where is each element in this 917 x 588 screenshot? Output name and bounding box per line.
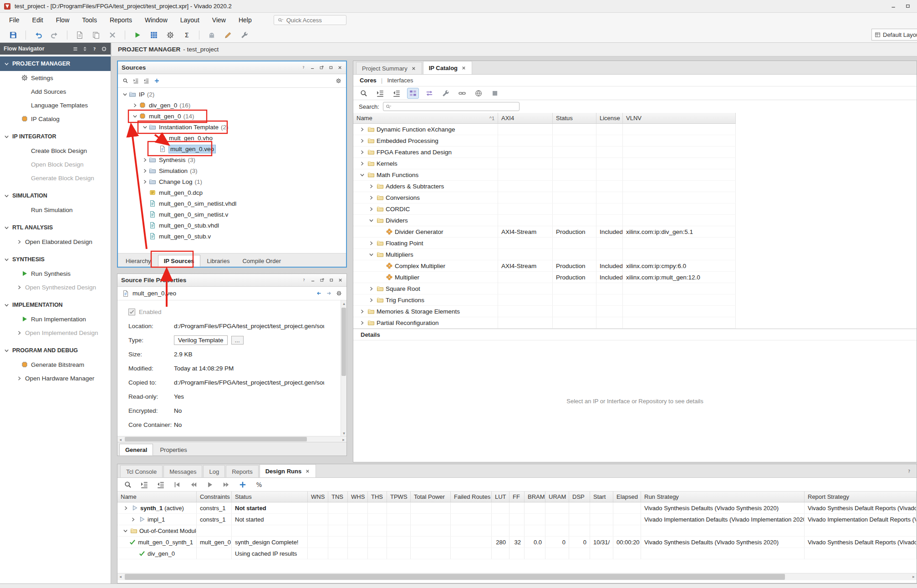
stepback-button[interactable] xyxy=(188,479,199,490)
tree-expander[interactable] xyxy=(367,286,375,292)
plus-icon[interactable] xyxy=(154,78,160,84)
scroll-down-arrow[interactable]: ▾ xyxy=(341,430,346,436)
run-row-mult-gen-0-synth-1[interactable]: mult_gen_0_synth_1mult_gen_0synth_design… xyxy=(117,537,917,548)
layout-selector[interactable]: Default Layout xyxy=(871,29,917,41)
catalog-row-math-functions[interactable]: Math Functions xyxy=(353,169,736,181)
run-row-div-gen-0[interactable]: div_gen_0Using cached IP results xyxy=(117,548,917,559)
questionw-icon[interactable]: ? xyxy=(92,46,97,52)
pencil-button[interactable] xyxy=(221,29,235,41)
run-row-impl-1[interactable]: impl_1constrs_1Not startedVivado Impleme… xyxy=(117,514,917,525)
gearw-icon[interactable] xyxy=(101,46,107,52)
flow-item-generate-bitstream[interactable]: Generate Bitstream xyxy=(0,358,111,371)
flow-section-implementation[interactable]: IMPLEMENTATION xyxy=(0,298,111,312)
tree-expander[interactable] xyxy=(367,206,375,212)
close-tab-icon[interactable] xyxy=(461,66,466,71)
close-tab-icon[interactable] xyxy=(411,66,416,71)
tree-expander[interactable] xyxy=(141,124,149,130)
catalog-row-kernels[interactable]: Kernels xyxy=(353,158,736,169)
help-icon[interactable]: ? xyxy=(301,65,306,70)
run-button[interactable] xyxy=(131,29,144,41)
catalog-row-complex-multiplier[interactable]: Complex MultiplierAXI4-StreamProductionI… xyxy=(353,260,736,272)
catalog-row-fpga-features-and-design[interactable]: FPGA Features and Design xyxy=(353,147,736,158)
flow-item-run-synthesis[interactable]: Run Synthesis xyxy=(0,267,111,280)
tree-expander[interactable] xyxy=(367,183,375,189)
flow-section-simulation[interactable]: SIMULATION xyxy=(0,188,111,203)
expand-button[interactable] xyxy=(155,479,167,490)
collapse-button[interactable] xyxy=(138,479,150,490)
stepfwd-button[interactable] xyxy=(220,479,232,490)
wrench-button[interactable] xyxy=(238,29,251,41)
catalog-row-multipliers[interactable]: Multipliers xyxy=(353,249,736,260)
scrollbar-thumb[interactable] xyxy=(125,437,307,441)
playg-button[interactable] xyxy=(204,479,216,490)
browse-button[interactable]: ... xyxy=(231,336,244,345)
redo-button[interactable] xyxy=(48,29,61,41)
menu-view[interactable]: View xyxy=(206,14,232,26)
transfer-button[interactable] xyxy=(423,88,435,99)
group-button[interactable] xyxy=(407,88,419,99)
wrench-button[interactable] xyxy=(440,88,452,99)
sigma-button[interactable]: Σ xyxy=(180,29,194,41)
close-tab-icon[interactable] xyxy=(305,469,310,474)
catalog-row-memories-storage-elements[interactable]: Memories & Storage Elements xyxy=(353,306,736,317)
catalog-row-dynamic-function-exchange[interactable]: Dynamic Function eXchange xyxy=(353,124,736,135)
minimize-icon[interactable] xyxy=(891,3,897,9)
catalog-search-input[interactable] xyxy=(383,102,520,111)
tree-item-div-gen-0[interactable]: div_gen_0(16) xyxy=(118,100,346,111)
catalog-row-trig-functions[interactable]: Trig Functions xyxy=(353,294,736,306)
menu-flow[interactable]: Flow xyxy=(50,14,76,26)
catalog-row-multiplier[interactable]: MultiplierProductionIncludedxilinx.com:i… xyxy=(353,272,736,283)
flow-section-program-and-debug[interactable]: PROGRAM AND DEBUG xyxy=(0,343,111,358)
maximize-icon[interactable] xyxy=(329,278,334,283)
float-icon[interactable] xyxy=(320,278,325,283)
flow-item-settings[interactable]: Settings xyxy=(0,71,111,85)
runs-column-run-strategy[interactable]: Run Strategy xyxy=(641,492,805,502)
tree-expander[interactable] xyxy=(358,309,366,314)
menu-window[interactable]: Window xyxy=(138,14,174,26)
catalog-row-divider-generator[interactable]: Divider GeneratorAXI4-StreamProductionIn… xyxy=(353,226,736,238)
tree-expander[interactable] xyxy=(358,161,366,167)
tree-expander[interactable] xyxy=(358,172,366,178)
scrollbar-thumb[interactable] xyxy=(341,308,346,376)
runs-column-uram[interactable]: URAM xyxy=(545,492,569,502)
tree-expander[interactable] xyxy=(367,297,375,303)
menu-layout[interactable]: Layout xyxy=(174,14,206,26)
runs-column-elapsed[interactable]: Elapsed xyxy=(613,492,641,502)
collapse-button[interactable] xyxy=(374,88,386,99)
catalog-row-cordic[interactable]: CORDIC xyxy=(353,203,736,215)
help-icon[interactable]: ? xyxy=(301,278,306,283)
tree-expander[interactable] xyxy=(121,91,129,97)
back-icon[interactable] xyxy=(316,290,322,296)
scroll-left-arrow[interactable]: ◂ xyxy=(117,436,123,442)
runs-column-ff[interactable]: FF xyxy=(509,492,525,502)
ghost-button[interactable] xyxy=(205,29,219,41)
tree-expander[interactable] xyxy=(367,218,375,223)
flow-section-rtl-analysis[interactable]: RTL ANALYSIS xyxy=(0,220,111,235)
quick-access-input[interactable] xyxy=(286,17,336,24)
scrollbar-thumb[interactable] xyxy=(125,574,785,580)
plus-button[interactable] xyxy=(237,479,249,490)
panelmenu-icon[interactable] xyxy=(72,46,78,52)
skipfirst-button[interactable] xyxy=(171,479,183,490)
maximize-icon[interactable] xyxy=(905,3,911,9)
flow-item-open-elaborated-design[interactable]: Open Elaborated Design xyxy=(0,235,111,248)
tab-hierarchy[interactable]: Hierarchy xyxy=(120,255,157,267)
catalog-row-conversions[interactable]: Conversions xyxy=(353,192,736,203)
flow-section-synthesis[interactable]: SYNTHESIS xyxy=(0,252,111,267)
settings-icon[interactable] xyxy=(336,290,342,296)
grid-button[interactable] xyxy=(147,29,161,41)
catalog-row-embedded-processing[interactable]: Embedded Processing xyxy=(353,135,736,147)
stop-button[interactable] xyxy=(489,88,501,99)
run-row-synth-1[interactable]: synth_1 (active)constrs_1Not startedViva… xyxy=(117,502,917,514)
runs-column-tpws[interactable]: TPWS xyxy=(387,492,411,502)
flow-item-ip-catalog[interactable]: IP Catalog xyxy=(0,112,111,126)
tab-properties[interactable]: Properties xyxy=(154,444,193,456)
runs-column-bram[interactable]: BRAM xyxy=(525,492,545,502)
tab-messages[interactable]: Messages xyxy=(163,465,202,477)
tree-expander[interactable] xyxy=(131,113,139,119)
enabled-checkbox[interactable] xyxy=(128,309,135,315)
menu-tools[interactable]: Tools xyxy=(76,14,103,26)
tree-item-synthesis[interactable]: Synthesis(3) xyxy=(118,154,346,165)
menu-help[interactable]: Help xyxy=(232,14,258,26)
undo-button[interactable] xyxy=(31,29,45,41)
